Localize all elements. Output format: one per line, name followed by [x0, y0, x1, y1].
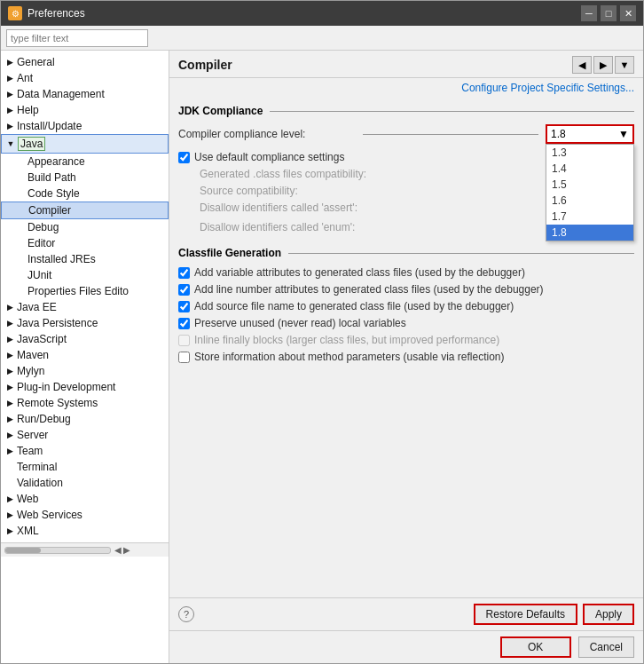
- sidebar-item-team[interactable]: Team: [1, 443, 169, 459]
- cb4-checkbox[interactable]: [178, 318, 190, 329]
- compliance-level-row: Compiler compliance level: 1.8 ▼ 1.3 1.4…: [178, 124, 634, 144]
- sidebar-label: Compiler: [28, 204, 71, 217]
- sidebar-item-ant[interactable]: Ant: [1, 70, 169, 86]
- sidebar-item-java-persistence[interactable]: Java Persistence: [1, 315, 169, 331]
- sidebar-item-web[interactable]: Web: [1, 491, 169, 507]
- restore-defaults-button[interactable]: Restore Defaults: [474, 604, 577, 625]
- arrow-icon: [4, 430, 15, 440]
- classfile-section: Classfile Generation Add variable attrib…: [178, 247, 634, 363]
- sidebar-item-xml[interactable]: XML: [1, 523, 169, 539]
- classfile-cb2-row: Add line number attributes to generated …: [178, 283, 634, 296]
- use-default-checkbox[interactable]: [178, 152, 190, 163]
- sidebar-item-web-services[interactable]: Web Services: [1, 507, 169, 523]
- arrow-icon: [4, 334, 15, 344]
- compliance-dropdown[interactable]: 1.8 ▼: [546, 124, 634, 144]
- nav-dropdown-button[interactable]: ▼: [615, 56, 634, 74]
- cancel-button[interactable]: Cancel: [578, 636, 634, 658]
- arrow-icon: [4, 105, 15, 115]
- cb1-checkbox[interactable]: [178, 267, 190, 279]
- close-button[interactable]: ✕: [620, 5, 636, 21]
- sidebar-label: Web Services: [17, 509, 82, 521]
- sidebar-item-terminal[interactable]: Terminal: [1, 459, 169, 475]
- sidebar-label: Mylyn: [17, 365, 44, 377]
- sidebar-item-junit[interactable]: JUnit: [1, 267, 169, 283]
- sidebar-label: Installed JREs: [27, 253, 96, 265]
- sidebar-item-compiler[interactable]: Compiler: [1, 202, 169, 219]
- nav-forward-button[interactable]: ▶: [593, 56, 613, 74]
- configure-project-link[interactable]: Configure Project Specific Settings...: [461, 82, 634, 94]
- sidebar-item-help[interactable]: Help: [1, 102, 169, 118]
- sidebar-item-java[interactable]: Java: [1, 134, 169, 154]
- minimize-button[interactable]: ─: [581, 5, 597, 21]
- sidebar-item-mylyn[interactable]: Mylyn: [1, 363, 169, 379]
- divider-line: [363, 134, 538, 135]
- use-default-label: Use default compliance settings: [194, 151, 344, 163]
- sidebar-item-validation[interactable]: Validation: [1, 475, 169, 491]
- arrow-icon: [4, 350, 15, 360]
- sidebar-label: XML: [17, 525, 39, 537]
- sidebar-label: Java EE: [17, 301, 57, 313]
- cb3-checkbox[interactable]: [178, 301, 190, 312]
- dropdown-value: 1.8: [551, 128, 566, 140]
- sidebar-item-build-path[interactable]: Build Path: [1, 170, 169, 186]
- sidebar-item-data-management[interactable]: Data Management: [1, 86, 169, 102]
- cb2-checkbox[interactable]: [178, 284, 190, 296]
- sidebar-label: Properties Files Edito: [27, 285, 129, 297]
- sidebar-item-maven[interactable]: Maven: [1, 347, 169, 363]
- sidebar-item-code-style[interactable]: Code Style: [1, 186, 169, 202]
- cb5-label: Inline finally blocks (larger class file…: [194, 334, 499, 346]
- dropdown-option-1-4[interactable]: 1.4: [546, 161, 633, 177]
- sidebar-item-server[interactable]: Server: [1, 427, 169, 443]
- maximize-button[interactable]: □: [601, 5, 617, 21]
- sidebar-item-remote-systems[interactable]: Remote Systems: [1, 395, 169, 411]
- cb6-label: Store information about method parameter…: [194, 351, 505, 363]
- arrow-icon: [4, 494, 15, 504]
- nav-back-button[interactable]: ◀: [572, 56, 592, 74]
- arrow-icon: [4, 398, 15, 408]
- classfile-cb3-row: Add source file name to generated class …: [178, 300, 634, 312]
- classfile-cb1-row: Add variable attributes to generated cla…: [178, 266, 634, 279]
- sidebar-label: Java Persistence: [17, 317, 98, 329]
- sidebar-item-java-ee[interactable]: Java EE: [1, 299, 169, 315]
- cb5-checkbox[interactable]: [178, 335, 190, 346]
- dropdown-option-1-7[interactable]: 1.7: [546, 209, 633, 225]
- sidebar-item-javascript[interactable]: JavaScript: [1, 331, 169, 347]
- sidebar-label: Team: [17, 445, 43, 457]
- help-button[interactable]: ?: [178, 606, 194, 622]
- sidebar-label: Build Path: [27, 171, 76, 184]
- cb1-label: Add variable attributes to generated cla…: [194, 266, 525, 279]
- sidebar-item-plugin-dev[interactable]: Plug-in Development: [1, 379, 169, 395]
- sidebar-item-editor[interactable]: Editor: [1, 235, 169, 251]
- title-bar: ⚙ Preferences ─ □ ✕: [1, 1, 643, 26]
- cb3-label: Add source file name to generated class …: [194, 300, 514, 312]
- dropdown-option-1-6[interactable]: 1.6: [546, 193, 633, 209]
- arrow-icon: [4, 526, 15, 536]
- filter-input[interactable]: [6, 29, 148, 47]
- arrow-icon: [4, 382, 15, 392]
- cb2-label: Add line number attributes to generated …: [194, 283, 544, 296]
- sidebar-item-properties-files[interactable]: Properties Files Edito: [1, 283, 169, 299]
- sidebar-label: Maven: [17, 349, 49, 361]
- sidebar-item-install-update[interactable]: Install/Update: [1, 118, 169, 134]
- dropdown-arrow-icon: ▼: [618, 128, 629, 140]
- panel-header: Compiler ◀ ▶ ▼: [169, 51, 643, 78]
- sidebar-item-run-debug[interactable]: Run/Debug: [1, 411, 169, 427]
- section-label: JDK Compliance: [178, 105, 263, 117]
- sidebar-item-appearance[interactable]: Appearance: [1, 154, 169, 170]
- classfile-cb4-row: Preserve unused (never read) local varia…: [178, 317, 634, 329]
- cb6-checkbox[interactable]: [178, 352, 190, 363]
- compliance-level-label: Compiler compliance level:: [178, 128, 356, 140]
- sidebar-label: Web: [17, 493, 38, 505]
- apply-button[interactable]: Apply: [583, 604, 634, 625]
- sidebar-item-installed-jres[interactable]: Installed JREs: [1, 251, 169, 267]
- ok-button[interactable]: OK: [500, 636, 571, 658]
- sidebar-item-debug[interactable]: Debug: [1, 219, 169, 235]
- sidebar-item-general[interactable]: General: [1, 54, 169, 70]
- dropdown-option-1-5[interactable]: 1.5: [546, 177, 633, 193]
- arrow-icon: [4, 302, 15, 312]
- dropdown-option-1-8[interactable]: 1.8: [546, 225, 633, 241]
- dropdown-option-1-3[interactable]: 1.3: [546, 145, 633, 161]
- window-icon: ⚙: [8, 6, 22, 20]
- sidebar-label: JavaScript: [17, 333, 67, 345]
- sidebar-label: Help: [17, 104, 39, 116]
